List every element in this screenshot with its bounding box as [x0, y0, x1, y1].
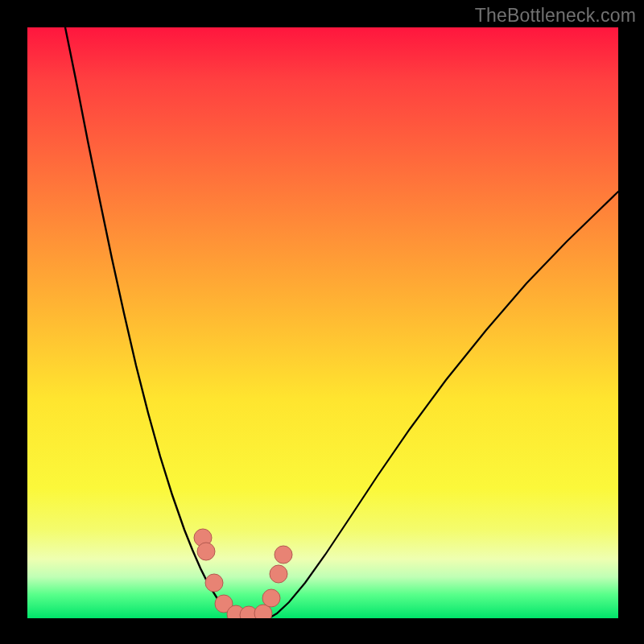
data-point — [197, 543, 215, 560]
data-point — [270, 565, 287, 583]
watermark-text: TheBottleneck.com — [475, 5, 636, 27]
right-curve — [269, 192, 618, 618]
plot-area — [27, 27, 618, 618]
dot-group — [194, 529, 292, 618]
data-point — [262, 589, 280, 607]
curve-layer — [27, 27, 618, 618]
data-point — [205, 574, 223, 592]
left-curve — [65, 27, 241, 618]
chart-frame: TheBottleneck.com — [0, 0, 644, 644]
data-point — [275, 546, 292, 564]
